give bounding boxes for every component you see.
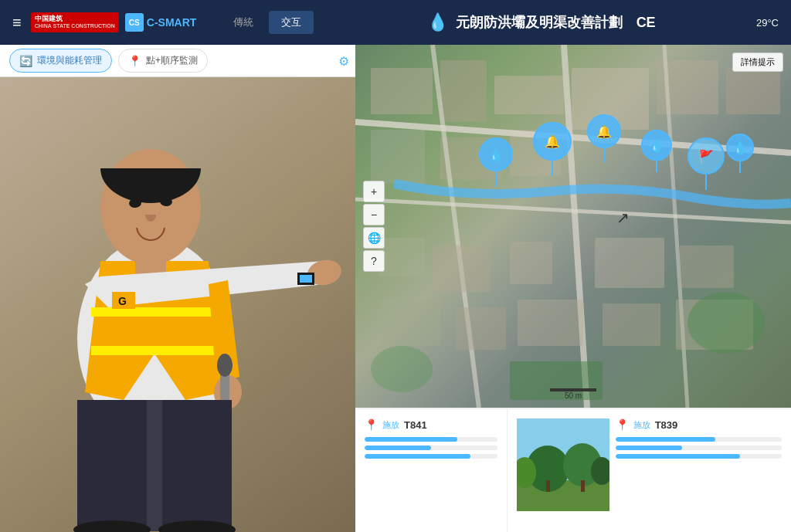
rb-id-t841: T841 [404, 419, 427, 431]
right-bottom-panels: 📍 施放 T841 [355, 408, 791, 532]
globe-button[interactable]: 🌐 [363, 227, 385, 249]
logo-area: 中国建筑 CHINA STATE CONSTRUCTION CS C-SMART [31, 12, 197, 32]
settings-toggle[interactable]: ⚙ [338, 53, 349, 68]
rb-bar-0 [365, 437, 497, 442]
rb-id-t839: T839 [655, 419, 678, 431]
zoom-in-button[interactable]: + [363, 181, 385, 202]
logo-china: 中国建筑 CHINA STATE CONSTRUCTION [31, 12, 119, 32]
logo-csmart: CS C-SMART [125, 13, 197, 32]
sensor-3: 🔔 [587, 114, 621, 162]
menu-icon[interactable]: ≡ [12, 14, 22, 32]
sensor-1: 💧 [479, 137, 513, 187]
weather-info: 29°C [756, 17, 779, 29]
rb-header-t839: 📍 施放 T839 [616, 418, 782, 431]
page-title: 💧 元朗防洪壩及明渠改善計劃 CE [326, 12, 756, 32]
rb-title-t841: 施放 [382, 419, 399, 431]
map-scale: 50 m [550, 388, 596, 400]
sensor-panel-t839-area: 📍 施放 T839 [508, 409, 791, 532]
sensor-2: 🔔 [533, 122, 572, 176]
tab-traditional[interactable]: 傳統 [221, 11, 266, 34]
sensor-t839-img [517, 418, 609, 523]
water-icon: 💧 [427, 12, 448, 32]
sensor-panel-left: 📍 施放 T841 [355, 409, 508, 532]
sensor-t839-data: 📍 施放 T839 [616, 418, 782, 523]
map-info-button[interactable]: 詳情提示 [732, 53, 783, 72]
rb-bar-row-0 [365, 437, 497, 442]
sensor-5: 🚩 [687, 137, 725, 190]
presenter-photo [0, 45, 355, 532]
rb-header-t841: 📍 施放 T841 [365, 418, 497, 431]
rb-title-t839: 施放 [633, 419, 650, 431]
sensor-4: 💧 [641, 130, 672, 172]
help-button[interactable]: ? [363, 250, 385, 272]
rb-bar-t839-0 [616, 437, 782, 442]
map-controls: + − 🌐 ? [363, 181, 385, 272]
csmart-icon: CS [125, 13, 144, 32]
svg-rect-43 [546, 480, 550, 492]
secondary-nav: 🔄 環境與能耗管理 📍 點+順序監測 ⚙ [0, 45, 355, 77]
sensor-markers: 💧 🔔 🔔 💧 🚩 💧 [355, 45, 791, 408]
rb-bar-row-1 [365, 446, 497, 450]
sec-nav-env[interactable]: 🔄 環境與能耗管理 [9, 49, 112, 73]
refresh-icon: 🔄 [19, 55, 32, 67]
rb-bar-t839-2 [616, 454, 782, 459]
zoom-out-button[interactable]: − [363, 204, 385, 225]
nav-tabs: 傳統 交互 [221, 11, 314, 34]
rb-bar-t839-1 [616, 446, 782, 450]
rb-bar-2 [365, 454, 497, 459]
sensor-6: 💧 [726, 134, 754, 173]
location-icon: 📍 [128, 55, 141, 67]
rb-bar-row-2 [365, 454, 497, 459]
rb-bar-1 [365, 446, 497, 450]
tab-interactive[interactable]: 交互 [269, 11, 314, 34]
map-area[interactable]: 💧 🔔 🔔 💧 🚩 💧 [355, 45, 791, 408]
svg-rect-45 [581, 480, 585, 492]
location-icon-t841: 📍 [365, 418, 378, 431]
sec-nav-monitor[interactable]: 📍 點+順序監測 [118, 49, 208, 73]
ce-badge: CE [637, 15, 656, 31]
location-icon-t839: 📍 [616, 418, 629, 431]
topbar: ≡ 中国建筑 CHINA STATE CONSTRUCTION CS C-SMA… [0, 0, 791, 45]
